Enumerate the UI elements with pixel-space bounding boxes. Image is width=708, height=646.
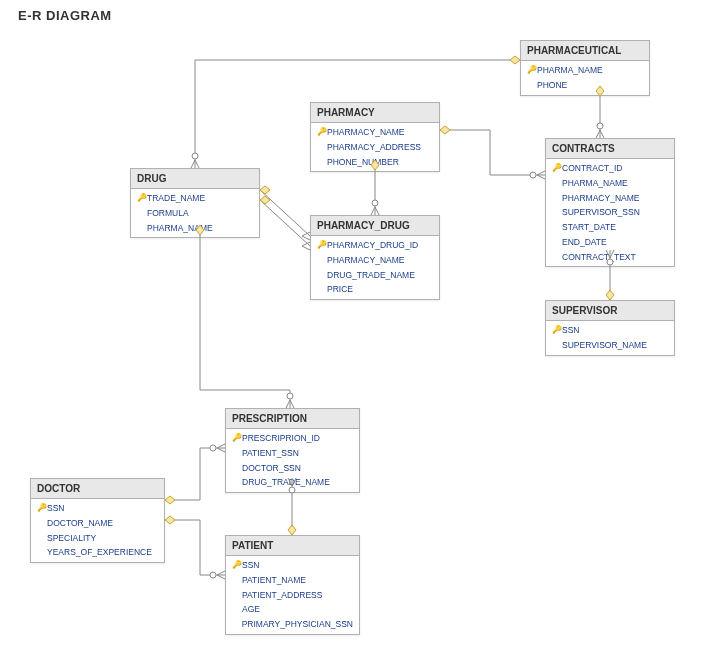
svg-point-20 [210,445,216,451]
attribute-row: PATIENT_ADDRESS [226,588,359,603]
attribute-row: 🔑PHARMACY_DRUG_ID [311,238,439,253]
attribute-row: 🔑PRESCRIPRION_ID [226,431,359,446]
attribute-row: 🔑PHARMACY_NAME [311,125,439,140]
attribute-label: SSN [47,502,64,515]
attribute-row: DRUG_TRADE_NAME [311,268,439,283]
attribute-row: 🔑SSN [31,501,164,516]
attribute-label: PATIENT_SSN [242,447,299,460]
attribute-row: 🔑CONTRACT_ID [546,161,674,176]
svg-marker-0 [510,56,520,64]
attribute-label: END_DATE [562,236,607,249]
entity-prescription: PRESCRIPTION 🔑PRESCRIPRION_ID PATIENT_SS… [225,408,360,493]
attribute-row: AGE [226,602,359,617]
key-icon: 🔑 [37,502,47,514]
attribute-row: PHONE_NUMBER [311,155,439,170]
entity-pharmaceutical: PHARMACEUTICAL 🔑PHARMA_NAME PHONE [520,40,650,96]
attribute-label: SUPERVISOR_SSN [562,206,640,219]
attribute-list: 🔑SSN SUPERVISOR_NAME [546,321,674,355]
attribute-label: PHARMA_NAME [537,64,603,77]
attribute-label: PATIENT_ADDRESS [242,589,322,602]
attribute-label: PRIMARY_PHYSICIAN_SSN [242,618,353,631]
attribute-row: DOCTOR_SSN [226,461,359,476]
attribute-row: 🔑SSN [226,558,359,573]
svg-marker-18 [606,290,614,300]
attribute-label: CONTRACT_TEXT [562,251,636,264]
svg-marker-19 [165,496,175,504]
entity-header: PATIENT [226,536,359,556]
entity-patient: PATIENT 🔑SSN PATIENT_NAME PATIENT_ADDRES… [225,535,360,635]
attribute-list: 🔑CONTRACT_ID PHARMA_NAME PHARMACY_NAME S… [546,159,674,266]
attribute-label: PHARMACY_NAME [327,254,404,267]
attribute-label: CONTRACT_ID [562,162,622,175]
attribute-row: START_DATE [546,220,674,235]
attribute-label: PHARMACY_NAME [562,192,639,205]
attribute-label: PHARMA_NAME [147,222,213,235]
attribute-label: DRUG_TRADE_NAME [242,476,330,489]
key-icon: 🔑 [317,239,327,251]
key-icon: 🔑 [232,432,242,444]
page-title: E-R DIAGRAM [18,8,112,23]
entity-header: DOCTOR [31,479,164,499]
attribute-label: PHONE_NUMBER [327,156,399,169]
attribute-row: PHONE [521,78,649,93]
attribute-row: FORMULA [131,206,259,221]
attribute-row: 🔑SSN [546,323,674,338]
attribute-label: PRICE [327,283,353,296]
entity-header: CONTRACTS [546,139,674,159]
entity-header: PHARMACY [311,103,439,123]
attribute-row: 🔑TRADE_NAME [131,191,259,206]
attribute-list: 🔑PRESCRIPRION_ID PATIENT_SSN DOCTOR_SSN … [226,429,359,492]
svg-marker-5 [440,126,450,134]
svg-point-4 [597,123,603,129]
attribute-label: PHONE [537,79,567,92]
entity-header: DRUG [131,169,259,189]
attribute-row: PHARMA_NAME [546,176,674,191]
attribute-row: PATIENT_NAME [226,573,359,588]
attribute-label: SUPERVISOR_NAME [562,339,647,352]
attribute-label: TRADE_NAME [147,192,205,205]
attribute-row: DOCTOR_NAME [31,516,164,531]
entity-header: PHARMACEUTICAL [521,41,649,61]
attribute-label: SPECIALITY [47,532,96,545]
attribute-row: PRICE [311,282,439,297]
key-icon: 🔑 [552,162,562,174]
svg-line-11 [260,200,310,246]
svg-point-9 [372,200,378,206]
attribute-list: 🔑SSN PATIENT_NAME PATIENT_ADDRESS AGE PR… [226,556,359,634]
attribute-row: PHARMACY_ADDRESS [311,140,439,155]
attribute-row: PHARMACY_NAME [546,191,674,206]
svg-point-6 [530,172,536,178]
attribute-row: PRIMARY_PHYSICIAN_SSN [226,617,359,632]
entity-doctor: DOCTOR 🔑SSN DOCTOR_NAME SPECIALITY YEARS… [30,478,165,563]
svg-marker-21 [165,516,175,524]
attribute-label: DOCTOR_NAME [47,517,113,530]
entity-header: PHARMACY_DRUG [311,216,439,236]
attribute-list: 🔑PHARMA_NAME PHONE [521,61,649,95]
attribute-label: YEARS_OF_EXPERIENCE [47,546,152,559]
attribute-label: SSN [242,559,259,572]
attribute-row: SPECIALITY [31,531,164,546]
svg-point-15 [287,393,293,399]
attribute-label: DRUG_TRADE_NAME [327,269,415,282]
key-icon: 🔑 [232,559,242,571]
attribute-label: DOCTOR_SSN [242,462,301,475]
attribute-row: PATIENT_SSN [226,446,359,461]
entity-supervisor: SUPERVISOR 🔑SSN SUPERVISOR_NAME [545,300,675,356]
svg-marker-25 [288,525,296,535]
attribute-row: END_DATE [546,235,674,250]
attribute-label: PHARMACY_ADDRESS [327,141,421,154]
attribute-list: 🔑PHARMACY_NAME PHARMACY_ADDRESS PHONE_NU… [311,123,439,171]
svg-point-22 [210,572,216,578]
key-icon: 🔑 [137,192,147,204]
attribute-label: FORMULA [147,207,189,220]
attribute-label: SSN [562,324,579,337]
svg-marker-13 [260,196,270,204]
entity-pharmacy: PHARMACY 🔑PHARMACY_NAME PHARMACY_ADDRESS… [310,102,440,172]
attribute-label: AGE [242,603,260,616]
attribute-row: 🔑PHARMA_NAME [521,63,649,78]
attribute-label: PRESCRIPRION_ID [242,432,320,445]
attribute-row: SUPERVISOR_SSN [546,205,674,220]
entity-header: PRESCRIPTION [226,409,359,429]
attribute-row: YEARS_OF_EXPERIENCE [31,545,164,560]
attribute-row: PHARMA_NAME [131,221,259,236]
